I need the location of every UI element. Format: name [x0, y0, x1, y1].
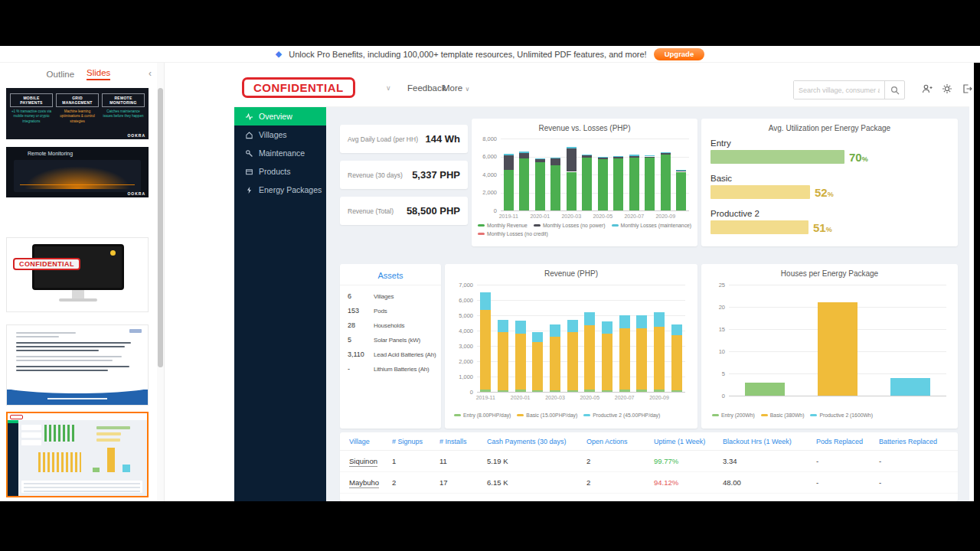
- thumb4-logo: [129, 329, 142, 333]
- village-link[interactable]: Siquinon: [349, 457, 377, 467]
- bar-segment: [602, 321, 612, 334]
- bar-segment: [567, 332, 578, 390]
- column-header[interactable]: Open Actions: [583, 432, 651, 451]
- thumb-col-desc: Catches maintenance issues before they h…: [102, 109, 145, 119]
- y-axis-tick: 4,000: [472, 171, 497, 178]
- bar-segment: [567, 147, 577, 148]
- bar-segment: [636, 328, 647, 390]
- bar-segment: [619, 315, 630, 328]
- slide-thumbnail-2[interactable]: Remote Monitoring OOKRA: [6, 147, 149, 197]
- legend-item[interactable]: Basic (15.00PHP/day): [517, 412, 577, 418]
- tab-outline[interactable]: Outline: [47, 70, 74, 79]
- feedback-link[interactable]: Feedback: [407, 83, 446, 93]
- bar-segment: [602, 390, 612, 392]
- utilization-value: 70%: [849, 151, 868, 164]
- legend-item[interactable]: Productive 2 (1600Wh): [810, 412, 873, 418]
- table-cell: -: [876, 472, 958, 494]
- bar-segment: [654, 390, 665, 392]
- village-link[interactable]: Maybuho: [349, 478, 379, 488]
- column-header[interactable]: Uptime (1 Week): [651, 432, 720, 451]
- legend-item[interactable]: Monthly Losses (no credit): [478, 231, 548, 236]
- legend-item[interactable]: Monthly Revenue: [478, 223, 528, 228]
- column-header[interactable]: Pods Replaced: [813, 432, 876, 451]
- search-input[interactable]: [794, 81, 884, 99]
- chart-legend: Monthly RevenueMonthly Losses (no power)…: [478, 223, 691, 228]
- more-menu[interactable]: More ∨: [443, 83, 469, 93]
- app-window: ◆ Unlock Pro Benefits, including 100,000…: [0, 0, 980, 551]
- bar-segment: [645, 155, 655, 156]
- column-header[interactable]: Batteries Replaced: [876, 432, 958, 451]
- sidebar-item-products[interactable]: Products: [234, 162, 326, 181]
- column-header[interactable]: # Installs: [436, 432, 484, 451]
- legend-marker-icon: [810, 414, 817, 416]
- legend-item[interactable]: Basic (380Wh): [761, 412, 805, 418]
- sidebar-item-energy-packages[interactable]: Energy Packages: [234, 181, 326, 199]
- search-button[interactable]: [884, 81, 904, 99]
- collapse-panel-icon[interactable]: ‹: [149, 68, 152, 79]
- asset-label: Villages: [374, 293, 394, 300]
- bar-segment: [515, 321, 526, 334]
- legend-item[interactable]: Entry (200Wh): [712, 412, 755, 418]
- legend-marker-icon: [712, 414, 719, 416]
- revenue-chart-card: Revenue (PHP) 01,0002,0003,0004,0005,000…: [445, 264, 697, 429]
- bar-segment: [550, 337, 560, 390]
- sidebar-item-overview[interactable]: Overview: [234, 107, 326, 126]
- add-user-icon[interactable]: [922, 83, 933, 97]
- bar-segment: [519, 158, 529, 210]
- bar-segment: [480, 310, 491, 390]
- slide-thumbnail-1[interactable]: MOBILE PAYMENTS +1 % transactive costs v…: [6, 88, 149, 139]
- panel-scrollbar[interactable]: [157, 63, 164, 501]
- y-axis-tick: 3,000: [445, 343, 473, 350]
- thumb2-chart: [14, 160, 141, 192]
- legend-item[interactable]: Productive 2 (45.00PHP/day): [583, 412, 660, 418]
- energy-icon: [245, 186, 253, 194]
- utilization-group: Productive 251%: [710, 209, 950, 234]
- slide-thumbnail-5-selected[interactable]: [6, 412, 149, 497]
- legend-item[interactable]: Monthly Losses (maintenance): [612, 223, 692, 228]
- column-header[interactable]: # Signups: [389, 432, 436, 451]
- asset-value: 153: [348, 307, 374, 315]
- bar-segment: [671, 324, 682, 335]
- column-header[interactable]: Village: [340, 432, 389, 451]
- legend-item[interactable]: Monthly Losses (no power): [534, 223, 606, 228]
- bar-segment: [661, 152, 671, 154]
- column-header[interactable]: Cash Payments (30 days): [484, 432, 583, 451]
- bar-segment: [584, 325, 595, 390]
- assets-card: Assets 6Villages153Pods28Households5Sola…: [340, 264, 441, 429]
- panel-tabs: Outline Slides ‹: [0, 63, 157, 86]
- sidebar-item-maintenance[interactable]: Maintenance: [234, 144, 326, 162]
- bar-segment: [498, 390, 508, 392]
- bar-segment: [567, 148, 577, 172]
- table-cell: -: [813, 451, 876, 472]
- bar-segment: [598, 157, 608, 158]
- legend-label: Monthly Losses (no credit): [487, 231, 548, 236]
- bar-segment: [519, 153, 529, 158]
- slide-thumbnail-4[interactable]: [6, 324, 149, 406]
- table-cell: 17: [436, 472, 484, 494]
- assets-title: Assets: [340, 264, 441, 285]
- panel-scrollbar-thumb[interactable]: [158, 88, 163, 367]
- upgrade-button[interactable]: Upgrade: [654, 48, 705, 60]
- asset-label: Lead Acid Batteries (Ah): [374, 351, 436, 358]
- sidebar-item-label: Maintenance: [259, 148, 305, 158]
- bar-segment: [535, 159, 545, 162]
- logout-icon[interactable]: [962, 83, 972, 97]
- tab-slides[interactable]: Slides: [87, 68, 110, 80]
- bar-segment: [504, 154, 514, 155]
- x-axis-tick: 2020-03: [536, 395, 574, 400]
- y-axis-tick: 15: [701, 326, 725, 333]
- legend-item[interactable]: Entry (8.00PHP/day): [454, 412, 511, 418]
- chevron-down-icon[interactable]: ∨: [386, 84, 391, 92]
- table-cell: 99.77%: [651, 451, 720, 472]
- legend-label: Basic (15.00PHP/day): [526, 412, 577, 418]
- thumb2-title: Remote Monitoring: [28, 151, 73, 156]
- y-axis-tick: 20: [701, 304, 725, 311]
- utilization-label: Entry: [710, 139, 950, 148]
- column-header[interactable]: Blackout Hrs (1 Week): [720, 432, 813, 451]
- chart-title: Revenue (PHP): [445, 269, 697, 278]
- settings-gear-icon[interactable]: [942, 83, 952, 97]
- sidebar-item-villages[interactable]: Villages: [234, 126, 326, 144]
- slide-thumbnail-3[interactable]: CONFIDENTIAL: [6, 237, 149, 312]
- bar-segment: [745, 383, 785, 396]
- x-axis-tick: 2019-11: [466, 395, 505, 400]
